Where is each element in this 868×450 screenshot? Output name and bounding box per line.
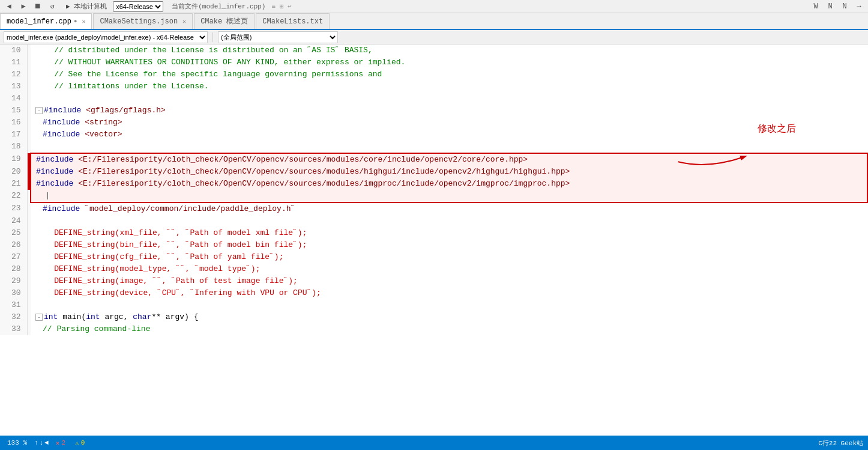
table-row: 33 // Parsing command-line: [0, 323, 867, 335]
tool-arrow[interactable]: →: [854, 1, 864, 12]
line-num-24: 24: [0, 215, 27, 227]
tool-n2[interactable]: N: [839, 1, 850, 12]
code-line-11: // WITHOUT WARRANTIES OR CONDITIONS OF A…: [31, 56, 867, 68]
line-num-17: 17: [0, 129, 27, 141]
tab-label: CMakeLists.txt: [262, 17, 323, 26]
zoom-value: 133 %: [7, 439, 27, 446]
tab-cmake-overview[interactable]: CMake 概述页: [194, 13, 255, 29]
code-line-29: DEFINE_string(image, ˝˝, ˝Path of test i…: [31, 275, 867, 287]
tab-close-model-infer[interactable]: ✕: [82, 18, 85, 25]
tab-model-infer[interactable]: model_infer.cpp ● ✕: [0, 13, 92, 29]
status-bar: 133 % ↑ ↓ ◄ ✕ 2 ⚠ 0 C行22 Geek站: [0, 436, 868, 450]
table-row: 17 #include <vector>: [0, 129, 867, 141]
fold-marker-15[interactable]: -: [35, 107, 43, 114]
table-row: 24: [0, 215, 867, 227]
line-num-25: 25: [0, 227, 27, 239]
code-line-14: [31, 93, 867, 105]
table-row: 12 // See the License for the specific l…: [0, 68, 867, 81]
code-line-10: // distributed under the License is dist…: [31, 44, 867, 56]
code-line-17: #include <vector>: [31, 129, 867, 141]
tab-close-cmake-settings[interactable]: ✕: [182, 18, 186, 25]
code-line-15: -#include <gflags/gflags.h>: [31, 105, 867, 117]
config-select[interactable]: x64-Release: [113, 1, 163, 12]
line-num-22: 22: [0, 190, 27, 202]
nav-up[interactable]: ↑: [34, 439, 38, 446]
code-line-21: #include <E:/Fileresipority/cloth_check/…: [31, 178, 867, 190]
toolbar-sep: [212, 32, 213, 42]
table-row: 18: [0, 141, 867, 153]
restart-btn[interactable]: ↺: [47, 1, 58, 12]
table-row: 11 // WITHOUT WARRANTIES OR CONDITIONS O…: [0, 56, 867, 68]
line-num-10: 10: [0, 44, 27, 56]
tab-cmake-lists[interactable]: CMakeLists.txt: [256, 13, 330, 29]
nav-down[interactable]: ↓: [40, 439, 44, 446]
warning-count: 0: [81, 439, 85, 446]
target-label: ▶ 本地计算机: [66, 2, 107, 11]
file-indicator-icons: ≡ ⊞ ↩: [271, 2, 291, 10]
zoom-indicator: 133 %: [5, 439, 29, 446]
error-icon: ✕: [56, 439, 60, 447]
line-num-21: 21: [0, 178, 27, 190]
table-row: 15 -#include <gflags/gflags.h>: [0, 105, 867, 117]
line-num-19: 19: [0, 153, 27, 166]
table-row: 21 #include <E:/Fileresipority/cloth_che…: [0, 178, 867, 190]
code-line-23: #include ˝model_deploy/common/include/pa…: [31, 202, 867, 215]
table-row: 19 #include <E:/Fileresipority/cloth_che…: [0, 153, 867, 166]
line-num-28: 28: [0, 263, 27, 275]
line-col-info: C行22 Geek站: [818, 439, 863, 448]
code-line-33: // Parsing command-line: [31, 323, 867, 335]
line-num-11: 11: [0, 56, 27, 68]
table-row: 26 DEFINE_string(bin_file, ˝˝, ˝Path of …: [0, 239, 867, 251]
code-line-26: DEFINE_string(bin_file, ˝˝, ˝Path of mod…: [31, 239, 867, 251]
code-container[interactable]: 修改之后 10: [0, 44, 868, 436]
error-indicator: ✕ 2: [53, 439, 68, 447]
line-num-12: 12: [0, 68, 27, 81]
tab-bar: model_infer.cpp ● ✕ CMakeSettings.json ✕…: [0, 13, 868, 30]
error-count: 2: [61, 439, 65, 446]
table-row: 20 #include <E:/Fileresipority/cloth_che…: [0, 166, 867, 178]
code-line-22: |: [31, 190, 867, 202]
editor-wrapper: 修改之后 10: [0, 44, 868, 436]
table-row: 23 #include ˝model_deploy/common/include…: [0, 202, 867, 215]
tool-n1[interactable]: N: [825, 1, 836, 12]
line-num-27: 27: [0, 251, 27, 263]
line-num-18: 18: [0, 141, 27, 153]
code-line-13: // limitations under the License.: [31, 81, 867, 93]
nav-controls: ↑ ↓ ◄: [34, 439, 49, 446]
back-btn[interactable]: ◀: [4, 1, 14, 12]
file-indicator-label: 当前文件(model_infer.cpp): [172, 2, 265, 11]
code-line-19: #include <E:/Fileresipority/cloth_check/…: [31, 153, 867, 166]
forward-btn[interactable]: ▶: [18, 1, 29, 12]
table-row: 28 DEFINE_string(model_type, ˝˝, ˝model …: [0, 263, 867, 275]
table-row: 25 DEFINE_string(xml_file, ˝˝, ˝Path of …: [0, 227, 867, 239]
line-num-33: 33: [0, 323, 27, 335]
code-line-28: DEFINE_string(model_type, ˝˝, ˝model typ…: [31, 263, 867, 275]
line-num-29: 29: [0, 275, 27, 287]
line-num-20: 20: [0, 166, 27, 178]
status-right: C行22 Geek站: [818, 439, 863, 448]
table-row: 32 -int main(int argc, char** argv) {: [0, 311, 867, 323]
stop-btn[interactable]: ⏹: [32, 1, 43, 12]
line-num-31: 31: [0, 299, 27, 311]
code-line-24: [31, 215, 867, 227]
table-row: 13 // limitations under the License.: [0, 81, 867, 93]
table-row: 22 |: [0, 190, 867, 202]
scope-select[interactable]: (全局范围): [218, 31, 338, 43]
tab-label: model_infer.cpp: [7, 17, 71, 26]
table-row: 10 // distributed under the License is d…: [0, 44, 867, 56]
code-line-18: [31, 141, 867, 153]
code-line-30: DEFINE_string(device, ˝CPU˝, ˝Infering w…: [31, 287, 867, 299]
tool-w[interactable]: W: [810, 1, 821, 12]
line-num-30: 30: [0, 287, 27, 299]
line-num-16: 16: [0, 117, 27, 129]
table-row: 14: [0, 93, 867, 105]
fold-marker-32[interactable]: -: [35, 314, 43, 321]
tab-cmake-settings[interactable]: CMakeSettings.json ✕: [93, 13, 193, 29]
project-select[interactable]: model_infer.exe (paddle_deploy\model_inf…: [4, 31, 208, 43]
warning-icon: ⚠: [75, 439, 79, 447]
line-num-32: 32: [0, 311, 27, 323]
scroll-left-btn[interactable]: ◄: [44, 439, 49, 446]
second-toolbar: model_infer.exe (paddle_deploy\model_inf…: [0, 30, 868, 44]
tab-label: CMakeSettings.json: [100, 17, 178, 26]
code-table: 10 // distributed under the License is d…: [0, 44, 868, 335]
